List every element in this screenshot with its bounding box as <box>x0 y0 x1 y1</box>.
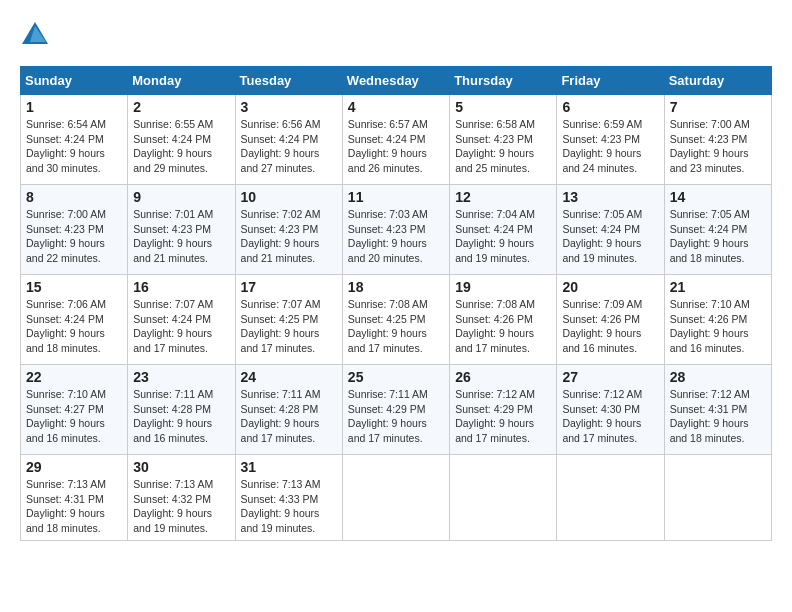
day-info: Sunrise: 7:03 AM Sunset: 4:23 PM Dayligh… <box>348 207 444 266</box>
page-container: SundayMondayTuesdayWednesdayThursdayFrid… <box>20 20 772 541</box>
day-info: Sunrise: 6:59 AM Sunset: 4:23 PM Dayligh… <box>562 117 658 176</box>
day-number: 20 <box>562 279 658 295</box>
calendar-cell: 30 Sunrise: 7:13 AM Sunset: 4:32 PM Dayl… <box>128 455 235 541</box>
day-number: 7 <box>670 99 766 115</box>
day-number: 13 <box>562 189 658 205</box>
calendar-cell <box>450 455 557 541</box>
day-number: 31 <box>241 459 337 475</box>
day-number: 3 <box>241 99 337 115</box>
day-info: Sunrise: 7:11 AM Sunset: 4:28 PM Dayligh… <box>241 387 337 446</box>
weekday-header-thursday: Thursday <box>450 67 557 95</box>
day-info: Sunrise: 7:00 AM Sunset: 4:23 PM Dayligh… <box>26 207 122 266</box>
day-number: 4 <box>348 99 444 115</box>
calendar-cell: 1 Sunrise: 6:54 AM Sunset: 4:24 PM Dayli… <box>21 95 128 185</box>
day-number: 14 <box>670 189 766 205</box>
day-info: Sunrise: 6:57 AM Sunset: 4:24 PM Dayligh… <box>348 117 444 176</box>
weekday-header-wednesday: Wednesday <box>342 67 449 95</box>
day-info: Sunrise: 7:04 AM Sunset: 4:24 PM Dayligh… <box>455 207 551 266</box>
logo <box>20 20 54 50</box>
day-info: Sunrise: 7:07 AM Sunset: 4:24 PM Dayligh… <box>133 297 229 356</box>
day-info: Sunrise: 7:01 AM Sunset: 4:23 PM Dayligh… <box>133 207 229 266</box>
weekday-header-sunday: Sunday <box>21 67 128 95</box>
day-number: 18 <box>348 279 444 295</box>
weekday-header-friday: Friday <box>557 67 664 95</box>
calendar-cell: 24 Sunrise: 7:11 AM Sunset: 4:28 PM Dayl… <box>235 365 342 455</box>
week-row-5: 29 Sunrise: 7:13 AM Sunset: 4:31 PM Dayl… <box>21 455 772 541</box>
calendar-cell: 2 Sunrise: 6:55 AM Sunset: 4:24 PM Dayli… <box>128 95 235 185</box>
calendar-cell: 5 Sunrise: 6:58 AM Sunset: 4:23 PM Dayli… <box>450 95 557 185</box>
day-number: 5 <box>455 99 551 115</box>
day-info: Sunrise: 7:08 AM Sunset: 4:25 PM Dayligh… <box>348 297 444 356</box>
day-info: Sunrise: 7:10 AM Sunset: 4:26 PM Dayligh… <box>670 297 766 356</box>
day-number: 10 <box>241 189 337 205</box>
calendar-cell: 16 Sunrise: 7:07 AM Sunset: 4:24 PM Dayl… <box>128 275 235 365</box>
day-number: 11 <box>348 189 444 205</box>
calendar-cell: 26 Sunrise: 7:12 AM Sunset: 4:29 PM Dayl… <box>450 365 557 455</box>
day-number: 16 <box>133 279 229 295</box>
calendar-cell: 11 Sunrise: 7:03 AM Sunset: 4:23 PM Dayl… <box>342 185 449 275</box>
calendar-cell: 27 Sunrise: 7:12 AM Sunset: 4:30 PM Dayl… <box>557 365 664 455</box>
day-info: Sunrise: 7:09 AM Sunset: 4:26 PM Dayligh… <box>562 297 658 356</box>
day-number: 12 <box>455 189 551 205</box>
day-number: 9 <box>133 189 229 205</box>
day-number: 28 <box>670 369 766 385</box>
day-info: Sunrise: 7:10 AM Sunset: 4:27 PM Dayligh… <box>26 387 122 446</box>
calendar-cell: 6 Sunrise: 6:59 AM Sunset: 4:23 PM Dayli… <box>557 95 664 185</box>
day-info: Sunrise: 7:13 AM Sunset: 4:33 PM Dayligh… <box>241 477 337 536</box>
calendar-cell: 4 Sunrise: 6:57 AM Sunset: 4:24 PM Dayli… <box>342 95 449 185</box>
day-info: Sunrise: 7:11 AM Sunset: 4:28 PM Dayligh… <box>133 387 229 446</box>
day-number: 2 <box>133 99 229 115</box>
day-info: Sunrise: 7:05 AM Sunset: 4:24 PM Dayligh… <box>670 207 766 266</box>
day-number: 29 <box>26 459 122 475</box>
calendar-cell: 14 Sunrise: 7:05 AM Sunset: 4:24 PM Dayl… <box>664 185 771 275</box>
day-number: 25 <box>348 369 444 385</box>
calendar-cell: 18 Sunrise: 7:08 AM Sunset: 4:25 PM Dayl… <box>342 275 449 365</box>
calendar-cell: 3 Sunrise: 6:56 AM Sunset: 4:24 PM Dayli… <box>235 95 342 185</box>
day-info: Sunrise: 7:13 AM Sunset: 4:31 PM Dayligh… <box>26 477 122 536</box>
calendar-table: SundayMondayTuesdayWednesdayThursdayFrid… <box>20 66 772 541</box>
calendar-cell: 12 Sunrise: 7:04 AM Sunset: 4:24 PM Dayl… <box>450 185 557 275</box>
day-info: Sunrise: 7:11 AM Sunset: 4:29 PM Dayligh… <box>348 387 444 446</box>
day-number: 1 <box>26 99 122 115</box>
calendar-cell: 19 Sunrise: 7:08 AM Sunset: 4:26 PM Dayl… <box>450 275 557 365</box>
day-info: Sunrise: 7:00 AM Sunset: 4:23 PM Dayligh… <box>670 117 766 176</box>
calendar-cell: 15 Sunrise: 7:06 AM Sunset: 4:24 PM Dayl… <box>21 275 128 365</box>
day-info: Sunrise: 7:07 AM Sunset: 4:25 PM Dayligh… <box>241 297 337 356</box>
day-number: 27 <box>562 369 658 385</box>
week-row-3: 15 Sunrise: 7:06 AM Sunset: 4:24 PM Dayl… <box>21 275 772 365</box>
weekday-header-tuesday: Tuesday <box>235 67 342 95</box>
day-number: 26 <box>455 369 551 385</box>
calendar-cell: 20 Sunrise: 7:09 AM Sunset: 4:26 PM Dayl… <box>557 275 664 365</box>
day-info: Sunrise: 7:08 AM Sunset: 4:26 PM Dayligh… <box>455 297 551 356</box>
day-info: Sunrise: 7:12 AM Sunset: 4:31 PM Dayligh… <box>670 387 766 446</box>
logo-icon <box>20 20 50 50</box>
day-info: Sunrise: 7:05 AM Sunset: 4:24 PM Dayligh… <box>562 207 658 266</box>
weekday-header-monday: Monday <box>128 67 235 95</box>
week-row-4: 22 Sunrise: 7:10 AM Sunset: 4:27 PM Dayl… <box>21 365 772 455</box>
day-number: 22 <box>26 369 122 385</box>
day-number: 23 <box>133 369 229 385</box>
week-row-2: 8 Sunrise: 7:00 AM Sunset: 4:23 PM Dayli… <box>21 185 772 275</box>
day-info: Sunrise: 7:13 AM Sunset: 4:32 PM Dayligh… <box>133 477 229 536</box>
calendar-cell <box>342 455 449 541</box>
calendar-cell: 7 Sunrise: 7:00 AM Sunset: 4:23 PM Dayli… <box>664 95 771 185</box>
calendar-cell: 10 Sunrise: 7:02 AM Sunset: 4:23 PM Dayl… <box>235 185 342 275</box>
day-info: Sunrise: 7:02 AM Sunset: 4:23 PM Dayligh… <box>241 207 337 266</box>
calendar-cell: 9 Sunrise: 7:01 AM Sunset: 4:23 PM Dayli… <box>128 185 235 275</box>
calendar-cell: 23 Sunrise: 7:11 AM Sunset: 4:28 PM Dayl… <box>128 365 235 455</box>
calendar-cell: 8 Sunrise: 7:00 AM Sunset: 4:23 PM Dayli… <box>21 185 128 275</box>
calendar-cell: 29 Sunrise: 7:13 AM Sunset: 4:31 PM Dayl… <box>21 455 128 541</box>
day-number: 24 <box>241 369 337 385</box>
day-number: 6 <box>562 99 658 115</box>
day-number: 21 <box>670 279 766 295</box>
day-info: Sunrise: 6:54 AM Sunset: 4:24 PM Dayligh… <box>26 117 122 176</box>
day-number: 15 <box>26 279 122 295</box>
day-info: Sunrise: 7:06 AM Sunset: 4:24 PM Dayligh… <box>26 297 122 356</box>
day-info: Sunrise: 6:55 AM Sunset: 4:24 PM Dayligh… <box>133 117 229 176</box>
day-info: Sunrise: 7:12 AM Sunset: 4:30 PM Dayligh… <box>562 387 658 446</box>
calendar-cell <box>664 455 771 541</box>
day-info: Sunrise: 7:12 AM Sunset: 4:29 PM Dayligh… <box>455 387 551 446</box>
day-number: 8 <box>26 189 122 205</box>
calendar-cell: 21 Sunrise: 7:10 AM Sunset: 4:26 PM Dayl… <box>664 275 771 365</box>
weekday-header-saturday: Saturday <box>664 67 771 95</box>
